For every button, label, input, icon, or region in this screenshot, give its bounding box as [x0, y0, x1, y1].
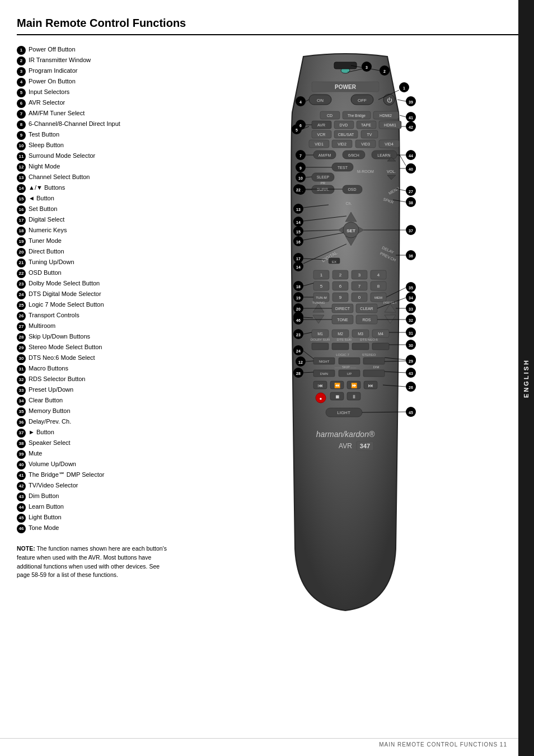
svg-text:31: 31: [409, 331, 413, 335]
legend-number: 21: [17, 259, 26, 267]
legend-item: 45Light Button: [17, 513, 168, 523]
svg-text:38: 38: [409, 201, 413, 205]
note-bold: NOTE:: [17, 545, 35, 552]
legend-label: Tone Mode: [29, 524, 59, 532]
legend-label: Skip Up/Down Buttons: [29, 332, 90, 341]
svg-text:34: 34: [409, 296, 413, 300]
svg-text:●: ●: [320, 396, 322, 401]
legend-number: 31: [17, 365, 26, 374]
svg-text:DVD: DVD: [340, 123, 348, 127]
legend-label: TV/Video Selector: [29, 481, 78, 490]
legend-label: Mute: [29, 449, 42, 458]
legend-number: 36: [17, 418, 26, 427]
svg-text:24: 24: [296, 349, 301, 353]
legend-number: 12: [17, 163, 26, 172]
legend-item: 36Delay/Prev. Ch.: [17, 417, 168, 427]
svg-rect-121: [332, 343, 349, 350]
svg-text:SET: SET: [346, 228, 355, 233]
legend-number: 4: [17, 78, 26, 87]
legend-number: 41: [17, 471, 26, 480]
legend-label: Sleep Button: [29, 141, 64, 149]
legend-item: 13Channel Select Button: [17, 173, 168, 182]
svg-text:MEM: MEM: [374, 296, 382, 299]
svg-rect-120: [312, 343, 329, 350]
legend-item: 1Power Off Button: [17, 45, 168, 55]
legend-item: 22OSD Button: [17, 269, 168, 278]
legend-number: 11: [17, 152, 26, 161]
legend-label: Volume Up/Down: [29, 460, 76, 468]
svg-text:TAPE: TAPE: [361, 123, 371, 127]
legend-item: 2IR Transmitter Window: [17, 56, 168, 65]
svg-text:39: 39: [409, 100, 413, 104]
legend-label: Tuning Up/Down: [29, 258, 74, 266]
svg-text:7: 7: [358, 284, 361, 289]
svg-text:35: 35: [409, 286, 413, 290]
svg-line-180: [400, 155, 406, 166]
legend-number: 9: [17, 131, 26, 140]
svg-text:9: 9: [339, 295, 342, 300]
legend-label: Test Button: [29, 130, 59, 139]
svg-text:29: 29: [409, 359, 413, 363]
svg-text:4: 4: [377, 273, 380, 278]
svg-text:DTS SUR: DTS SUR: [337, 338, 352, 341]
legend-item: 20Direct Button: [17, 247, 168, 257]
remote-image-area: POWER ON OFF ⏻ CD The Bridge: [222, 45, 480, 663]
svg-text:2: 2: [383, 69, 386, 73]
legend-label: Dim Button: [29, 492, 59, 500]
page-title: Main Remote Control Functions: [17, 17, 523, 35]
svg-text:M3: M3: [358, 332, 363, 336]
svg-text:EX: EX: [332, 260, 336, 264]
legend-label: Logic 7 Mode Select Button: [29, 300, 104, 309]
svg-text:3: 3: [358, 273, 361, 278]
legend-item: 3Program Indicator: [17, 67, 168, 76]
svg-text:40: 40: [409, 167, 413, 171]
svg-text:AM/FM: AM/FM: [318, 153, 331, 157]
legend-item: 30DTS Neo:6 Mode Select: [17, 354, 168, 363]
legend-item: 28Skip Up/Down Buttons: [17, 332, 168, 342]
remote-svg: POWER ON OFF ⏻ CD The Bridge: [222, 45, 480, 661]
legend-label: Macro Buttons: [29, 364, 68, 373]
svg-text:⏹: ⏹: [335, 394, 340, 400]
svg-text:33: 33: [409, 307, 413, 311]
legend-item: 15◄ Button: [17, 194, 168, 204]
svg-text:OSD: OSD: [348, 187, 356, 191]
svg-text:6/8CH: 6/8CH: [348, 153, 359, 157]
legend-number: 29: [17, 344, 26, 353]
svg-rect-136: [363, 370, 385, 377]
legend-number: 46: [17, 524, 26, 533]
legend-item: 7AM/FM Tuner Select: [17, 109, 168, 119]
svg-text:43: 43: [409, 372, 413, 375]
svg-text:41: 41: [409, 116, 413, 120]
legend-number: 35: [17, 407, 26, 416]
svg-text:NIGHT: NIGHT: [319, 360, 330, 363]
svg-text:22: 22: [296, 188, 301, 192]
svg-text:347: 347: [360, 443, 370, 449]
legend-label: Light Button: [29, 513, 62, 522]
legend-item: 18Numeric Keys: [17, 226, 168, 236]
svg-text:TUN-M: TUN-M: [316, 296, 326, 299]
svg-text:23: 23: [296, 333, 301, 337]
legend-number: 16: [17, 205, 26, 214]
legend-item: 43Dim Button: [17, 492, 168, 501]
legend-column: 1Power Off Button2IR Transmitter Window3…: [17, 45, 168, 663]
svg-text:⏻: ⏻: [387, 97, 392, 103]
legend-label: Surround Mode Selector: [29, 152, 95, 160]
legend-label: DTS Neo:6 Mode Select: [29, 354, 95, 362]
legend-item: 9Test Button: [17, 130, 168, 140]
legend-item: 26Transport Controls: [17, 311, 168, 321]
svg-text:HDMI1: HDMI1: [384, 123, 396, 127]
legend-number: 13: [17, 173, 26, 182]
legend-label: AM/FM Tuner Select: [29, 109, 85, 118]
svg-text:6: 6: [339, 284, 342, 289]
legend-label: Clear Button: [29, 396, 63, 405]
legend-label: Channel Select Button: [29, 173, 90, 181]
legend-number: 15: [17, 195, 26, 204]
legend-item: 23Dolby Mode Select Button: [17, 279, 168, 289]
svg-text:M-ROOM: M-ROOM: [357, 170, 374, 173]
legend-number: 39: [17, 450, 26, 459]
legend-label: 6-Channel/8-Channel Direct Input: [29, 120, 120, 128]
legend-number: 33: [17, 386, 26, 395]
footer-text: MAIN REMOTE CONTROL FUNCTIONS 11: [379, 741, 507, 748]
note-section: NOTE: The function names shown here are …: [17, 544, 168, 580]
legend-item: 37► Button: [17, 428, 168, 438]
